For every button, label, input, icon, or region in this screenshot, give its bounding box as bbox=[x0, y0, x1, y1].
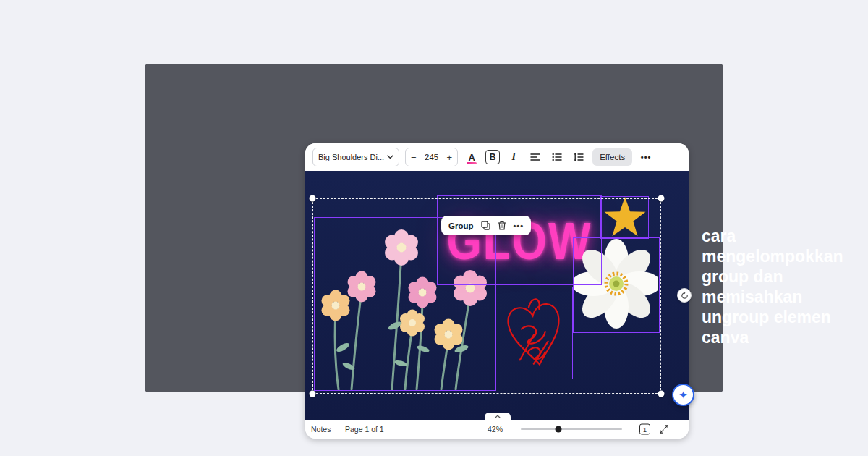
font-family-value: Big Shoulders Di... bbox=[318, 153, 384, 161]
text-toolbar: Big Shoulders Di... − 245 + A B I bbox=[305, 143, 689, 171]
trash-icon bbox=[498, 221, 506, 230]
bold-button[interactable]: B bbox=[485, 150, 500, 164]
scroll-handle-button[interactable] bbox=[677, 288, 692, 303]
editor-bottom-bar: Notes Page 1 of 1 42% 1 bbox=[305, 420, 689, 439]
toolbar-more-button[interactable]: ••• bbox=[638, 149, 654, 165]
zoom-slider-thumb[interactable] bbox=[555, 426, 561, 433]
caption-text: cara mengelompokkan group dan memisahkan… bbox=[702, 226, 859, 347]
align-icon bbox=[530, 153, 540, 161]
rotate-icon bbox=[681, 292, 689, 300]
font-size-stepper: − 245 + bbox=[405, 148, 458, 166]
spacing-icon bbox=[574, 153, 584, 161]
group-more-button[interactable]: ••• bbox=[514, 221, 524, 230]
feature-card: Big Shoulders Di... − 245 + A B I bbox=[145, 64, 723, 392]
zoom-slider[interactable] bbox=[521, 428, 622, 430]
bullet-list-button[interactable] bbox=[549, 149, 565, 165]
font-size-increase-button[interactable]: + bbox=[442, 152, 458, 163]
zoom-value: 42% bbox=[488, 425, 503, 434]
spacing-button[interactable] bbox=[571, 149, 587, 165]
chevron-up-icon bbox=[495, 415, 501, 418]
expand-icon bbox=[660, 425, 668, 434]
group-context-toolbar: Group ••• bbox=[441, 216, 531, 235]
duplicate-icon bbox=[481, 221, 490, 230]
fullscreen-button[interactable] bbox=[660, 425, 668, 434]
sparkle-icon: ✦ bbox=[678, 389, 688, 400]
delete-button[interactable] bbox=[498, 221, 506, 230]
selection-handle-bottom-left[interactable] bbox=[310, 391, 316, 397]
notes-button[interactable]: Notes bbox=[311, 425, 331, 434]
text-align-button[interactable] bbox=[527, 149, 543, 165]
font-size-value[interactable]: 245 bbox=[422, 153, 442, 161]
selection-handle-bottom-right[interactable] bbox=[658, 391, 665, 397]
selection-handle-top-right[interactable] bbox=[658, 195, 665, 202]
selection-handle-top-left[interactable] bbox=[310, 195, 316, 202]
design-canvas[interactable]: GLOW bbox=[305, 171, 689, 420]
page-indicator-label: Page 1 of 1 bbox=[345, 425, 384, 434]
effects-button[interactable]: Effects bbox=[592, 148, 632, 166]
list-icon bbox=[552, 153, 562, 161]
font-size-decrease-button[interactable]: − bbox=[406, 152, 422, 163]
italic-button[interactable]: I bbox=[506, 149, 522, 165]
font-family-select[interactable]: Big Shoulders Di... bbox=[312, 148, 399, 166]
canva-assistant-button[interactable]: ✦ bbox=[672, 384, 694, 406]
group-button[interactable]: Group bbox=[448, 221, 474, 230]
panel-pull-tab[interactable] bbox=[485, 413, 511, 420]
page-number: 1 bbox=[643, 426, 647, 433]
page-number-box[interactable]: 1 bbox=[639, 424, 650, 435]
duplicate-button[interactable] bbox=[481, 221, 490, 230]
text-color-button[interactable]: A bbox=[464, 149, 480, 165]
chevron-down-icon bbox=[387, 155, 393, 159]
canva-editor-window: Big Shoulders Di... − 245 + A B I bbox=[305, 143, 689, 439]
